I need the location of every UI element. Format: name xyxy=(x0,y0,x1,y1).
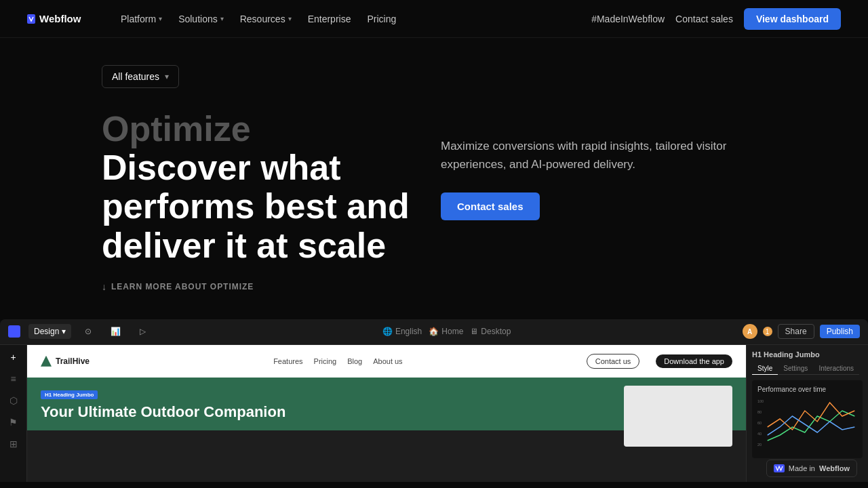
site-logo-text: TrailHive xyxy=(56,357,90,366)
svg-text:100: 100 xyxy=(757,399,764,403)
preview-toolbar: Design ▾ ⊙ 📊 ▷ 🌐 English 🏠 Home 🖥 Deskto… xyxy=(0,319,868,345)
site-nav: Features Pricing Blog About us xyxy=(106,357,570,365)
site-contact-button[interactable]: Contact us xyxy=(587,354,640,369)
nav-solutions[interactable]: Solutions ▾ xyxy=(172,9,231,28)
svg-text:20: 20 xyxy=(757,443,762,447)
desktop-view[interactable]: 🖥 Desktop xyxy=(470,327,511,336)
made-badge-brand: Webflow xyxy=(819,464,850,472)
navbar: Webflow Platform ▾ Solutions ▾ Resources… xyxy=(0,0,868,38)
webflow-preview-logo xyxy=(8,325,20,338)
svg-text:60: 60 xyxy=(757,421,762,425)
trail-hive-logo-icon xyxy=(41,356,52,367)
svg-rect-0 xyxy=(27,14,35,24)
language-selector[interactable]: 🌐 English xyxy=(382,327,422,336)
performance-chart: 100 80 60 40 20 xyxy=(757,397,857,451)
chart-title: Performance over time xyxy=(757,386,857,393)
share-button[interactable]: Share xyxy=(778,324,814,339)
learn-more-link[interactable]: ↓ LEARN MORE ABOUT OPTIMIZE xyxy=(102,281,414,292)
settings-tab[interactable]: Settings xyxy=(778,363,813,375)
webflow-logo[interactable]: Webflow xyxy=(27,12,95,26)
site-download-button[interactable]: Download the app xyxy=(656,354,732,368)
site-logo: TrailHive xyxy=(41,356,90,367)
panel-tabs: Style Settings Interactions xyxy=(752,363,863,375)
site-hero: H1 Heading Jumbo Your Ultimate Outdoor C… xyxy=(27,378,746,430)
site-hero-image xyxy=(624,386,732,447)
style-tab[interactable]: Style xyxy=(752,363,778,375)
publish-button[interactable]: Publish xyxy=(820,325,860,338)
interactions-tab[interactable]: Interactions xyxy=(813,363,859,375)
nav-enterprise[interactable]: Enterprise xyxy=(301,9,358,28)
site-nav-pricing[interactable]: Pricing xyxy=(314,357,337,365)
contact-sales-nav-link[interactable]: Contact sales xyxy=(675,14,733,24)
site-nav-features[interactable]: Features xyxy=(273,357,302,365)
nav-platform[interactable]: Platform ▾ xyxy=(114,9,169,28)
hero-section: Optimize Discover what performs best and… xyxy=(102,110,766,292)
hero-right: Maximize conversions with rapid insights… xyxy=(441,110,766,220)
chevron-icon: ▾ xyxy=(288,15,292,22)
learn-more-label: LEARN MORE ABOUT OPTIMIZE xyxy=(111,282,254,291)
dropdown-chevron-icon: ▾ xyxy=(165,72,169,81)
filter-label: All features xyxy=(112,71,159,82)
made-in-webflow-badge[interactable]: Made in Webflow xyxy=(766,460,857,477)
hero-headline: Discover what performs best and deliver … xyxy=(102,148,414,265)
layers-icon[interactable]: ≡ xyxy=(7,372,20,386)
analytics-icon[interactable]: 📊 xyxy=(105,324,126,339)
arrow-icon: ↓ xyxy=(102,281,107,292)
all-features-dropdown[interactable]: All features ▾ xyxy=(102,65,179,88)
h1-badge: H1 Heading Jumbo xyxy=(41,390,98,399)
category-label: Optimize xyxy=(102,110,414,148)
user-avatar: A xyxy=(743,324,757,339)
panel-element-title: H1 Heading Jumbo xyxy=(752,350,863,359)
hero-description: Maximize conversions with rapid insights… xyxy=(441,137,753,174)
view-dashboard-button[interactable]: View dashboard xyxy=(744,8,841,30)
svg-text:40: 40 xyxy=(757,432,762,436)
image-icon[interactable]: ⊞ xyxy=(7,437,20,451)
svg-text:80: 80 xyxy=(757,410,762,414)
play-icon[interactable]: ▷ xyxy=(134,324,151,339)
design-mode-button[interactable]: Design ▾ xyxy=(28,324,71,339)
preview-icon[interactable]: ⊙ xyxy=(79,324,97,339)
hero-left: Optimize Discover what performs best and… xyxy=(102,110,441,292)
site-header: TrailHive Features Pricing Blog About us… xyxy=(27,345,746,378)
editor-sidebar: + ≡ ⬡ ⚑ ⊞ xyxy=(0,345,27,482)
chevron-icon: ▾ xyxy=(159,15,162,22)
nav-resources[interactable]: Resources ▾ xyxy=(233,9,298,28)
svg-text:Webflow: Webflow xyxy=(39,13,81,24)
cube-icon[interactable]: ⬡ xyxy=(7,394,20,407)
site-nav-blog[interactable]: Blog xyxy=(347,357,362,365)
preview-body: + ≡ ⬡ ⚑ ⊞ TrailHive Features xyxy=(0,345,868,482)
chevron-icon: ▾ xyxy=(220,15,224,22)
made-in-webflow-link[interactable]: #MadeInWebflow xyxy=(591,14,665,24)
contact-sales-button[interactable]: Contact sales xyxy=(441,192,540,220)
site-nav-about[interactable]: About us xyxy=(373,357,402,365)
plus-icon[interactable]: + xyxy=(7,350,20,364)
nav-pricing[interactable]: Pricing xyxy=(360,9,403,28)
home-link[interactable]: 🏠 Home xyxy=(429,327,463,336)
performance-chart-container: Performance over time 100 80 60 40 20 xyxy=(752,380,863,458)
notification-badge: 1 xyxy=(763,327,772,336)
flag-icon[interactable]: ⚑ xyxy=(7,415,20,429)
editor-canvas: TrailHive Features Pricing Blog About us… xyxy=(27,345,746,482)
main-content: All features ▾ Optimize Discover what pe… xyxy=(0,38,868,482)
made-badge-label: Made in xyxy=(789,464,815,472)
